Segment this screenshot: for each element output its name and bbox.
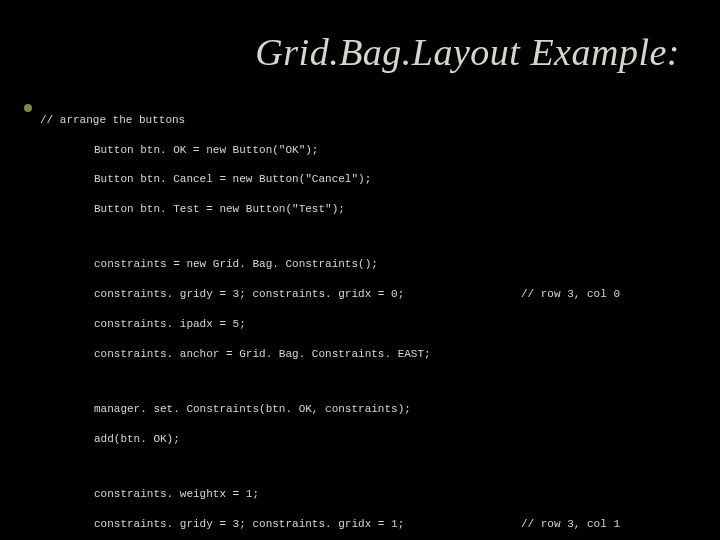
code-line: // arrange the buttons — [40, 113, 690, 128]
code-line: constraints. ipadx = 5; — [94, 317, 690, 332]
code-line: constraints. gridy = 3; constraints. gri… — [94, 287, 690, 302]
code-text: constraints. gridy = 3; constraints. gri… — [94, 517, 404, 532]
code-comment: // row 3, col 1 — [521, 517, 690, 532]
code-line: constraints. weightx = 1; — [94, 487, 690, 502]
code-comment: // row 3, col 0 — [521, 287, 690, 302]
code-line: Button btn. OK = new Button("OK"); — [94, 143, 690, 158]
slide-title: Grid.Bag.Layout Example: — [0, 30, 680, 74]
code-line: constraints = new Grid. Bag. Constraints… — [94, 257, 690, 272]
code-line: constraints. anchor = Grid. Bag. Constra… — [94, 347, 690, 362]
code-line: Button btn. Cancel = new Button("Cancel"… — [94, 172, 690, 187]
code-block: // arrange the buttons Button btn. OK = … — [40, 98, 690, 540]
code-line: add(btn. OK); — [94, 432, 690, 447]
code-line: manager. set. Constraints(btn. OK, const… — [94, 402, 690, 417]
code-line: Button btn. Test = new Button("Test"); — [94, 202, 690, 217]
code-text: constraints. gridy = 3; constraints. gri… — [94, 287, 404, 302]
slide: Grid.Bag.Layout Example: // arrange the … — [0, 0, 720, 540]
bullet-icon — [24, 104, 32, 112]
code-line: constraints. gridy = 3; constraints. gri… — [94, 517, 690, 532]
